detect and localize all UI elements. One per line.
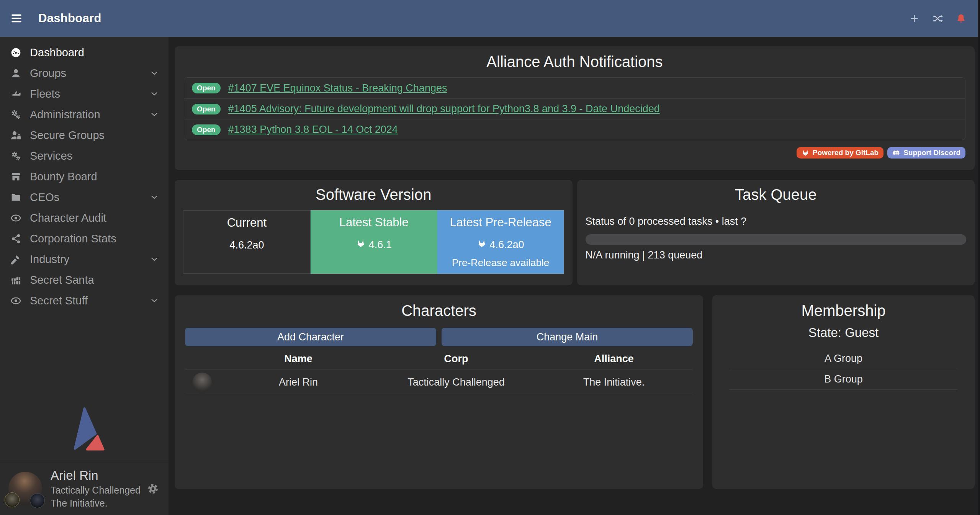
characters-table-body: Ariel RinTactically ChallengedThe Initia… [185,370,693,395]
task-queue-panel: Task Queue Status of 0 processed tasks •… [577,180,975,285]
change-main-button[interactable]: Change Main [442,328,693,346]
sidebar-item-label: Fleets [30,88,60,100]
status-badge: Open [192,104,221,114]
task-queue-counts: N/A running | 213 queued [586,249,967,261]
jet-icon [8,88,23,100]
sidebar-item-secure-groups[interactable]: Secure Groups [0,125,169,146]
user-name: Ariel Rin [51,468,141,483]
version-cell-label: Latest Stable [311,216,437,229]
status-badge: Open [192,83,221,93]
software-version-panel: Software Version Current 4.6.2a0 Latest … [175,180,573,285]
sidebar-item-label: Corporation Stats [30,233,116,244]
cogs-icon [8,109,23,120]
name-column-header: Name [219,353,377,365]
sidebar-item-label: Secret Santa [30,275,94,286]
prerelease-version-value: 4.6.2a0 [490,239,524,251]
corp-logo [5,492,20,507]
sidebar-item-label: CEOs [30,192,59,203]
version-cells: Current 4.6.2a0 Latest Stable 4.6.1 Late… [183,210,564,274]
store-icon [8,171,23,182]
sidebar-item-label: Bounty Board [30,171,97,182]
powered-by-gitlab-badge[interactable]: Powered by GitLab [797,147,883,159]
task-progress-bar [586,234,967,245]
gear-icon[interactable] [147,482,159,495]
gauge-icon [8,47,23,58]
shuffle-icon[interactable] [933,13,943,24]
chevron-down-icon [150,69,159,77]
notification-row: Open#1383 Python 3.8 EOL - 14 Oct 2024 [184,119,965,140]
notifications-title: Alliance Auth Notifications [184,53,965,70]
version-cell-label: Current [183,216,310,230]
user-avatar [8,472,42,505]
share-icon [8,233,23,244]
bottom-row: Characters Add Character Change Main Nam… [175,295,975,489]
sidebar-item-character-audit[interactable]: Character Audit [0,208,169,228]
sidebar-item-ceos[interactable]: CEOs [0,187,169,208]
corp-column-header: Corp [377,353,535,365]
version-current-cell: Current 4.6.2a0 [183,210,311,274]
support-discord-badge[interactable]: Support Discord [887,147,965,159]
stable-version-value: 4.6.1 [369,239,392,251]
notification-link[interactable]: #1405 Advisory: Future development will … [228,103,660,115]
notification-link[interactable]: #1407 EVE Equinox Status - Breaking Chan… [228,82,447,94]
user-corp: Tactically Challenged [51,485,141,496]
characters-buttons: Add Character Change Main [185,328,693,346]
menu-toggle-icon[interactable] [10,12,23,25]
add-character-button[interactable]: Add Character [185,328,436,346]
bell-icon[interactable] [956,13,966,24]
notifications-list: Open#1407 EVE Equinox Status - Breaking … [184,77,965,140]
software-version-title: Software Version [183,186,564,203]
character-corp: Tactically Challenged [377,376,535,388]
badge-label: Powered by GitLab [813,149,879,157]
gitlab-icon [802,149,809,157]
sidebar-item-dashboard[interactable]: Dashboard [0,42,169,63]
gifts-icon [8,275,23,286]
folder-icon [8,192,23,203]
middle-row: Software Version Current 4.6.2a0 Latest … [175,180,975,285]
sidebar-item-label: Services [30,150,72,162]
app-shell: DashboardGroupsFleetsAdministrationSecur… [0,37,980,515]
chevron-down-icon [150,255,159,263]
character-alliance: The Initiative. [535,376,693,388]
sidebar: DashboardGroupsFleetsAdministrationSecur… [0,37,169,515]
notification-row: Open#1405 Advisory: Future development w… [184,98,965,119]
sidebar-nav: DashboardGroupsFleetsAdministrationSecur… [0,42,169,311]
sidebar-item-corporation-stats[interactable]: Corporation Stats [0,228,169,249]
sidebar-item-administration[interactable]: Administration [0,104,169,125]
scrollbar-track[interactable] [978,0,980,515]
sidebar-item-groups[interactable]: Groups [0,63,169,83]
navbar-actions [909,13,966,24]
main-content: Alliance Auth Notifications Open#1407 EV… [169,37,980,515]
sidebar-item-label: Dashboard [30,47,84,58]
sidebar-item-label: Industry [30,254,69,265]
task-queue-title: Task Queue [586,186,967,203]
sidebar-item-services[interactable]: Services [0,146,169,166]
character-row: Ariel RinTactically ChallengedThe Initia… [185,370,693,395]
chevron-down-icon [150,90,159,98]
cogs-icon [8,150,23,162]
character-avatar-cell [185,373,219,392]
user-info: Ariel Rin Tactically Challenged The Init… [51,468,141,509]
notification-link[interactable]: #1383 Python 3.8 EOL - 14 Oct 2024 [228,124,398,136]
chevron-down-icon [150,296,159,305]
version-prerelease-cell: Latest Pre-Release 4.6.2a0 Pre-Release a… [437,210,564,274]
version-stable-cell: Latest Stable 4.6.1 [311,210,437,274]
chevron-down-icon [150,110,159,119]
membership-group: A Group [730,348,957,369]
plus-icon[interactable] [909,13,919,24]
sidebar-item-fleets[interactable]: Fleets [0,83,169,104]
sidebar-item-label: Secret Stuff [30,295,88,306]
user-panel: Ariel Rin Tactically Challenged The Init… [0,462,169,515]
sidebar-item-bounty-board[interactable]: Bounty Board [0,166,169,187]
task-queue-status: Status of 0 processed tasks • last ? [586,216,967,227]
characters-title: Characters [185,302,693,319]
sidebar-item-label: Administration [30,109,100,120]
alliance-auth-logo [0,404,169,462]
sidebar-item-industry[interactable]: Industry [0,249,169,270]
discord-icon [892,149,900,157]
alliance-logo [30,493,45,508]
sidebar-item-secret-stuff[interactable]: Secret Stuff [0,290,169,311]
characters-table-header: Name Corp Alliance [185,348,693,370]
sidebar-item-secret-santa[interactable]: Secret Santa [0,270,169,290]
current-version-value: 4.6.2a0 [229,239,264,251]
